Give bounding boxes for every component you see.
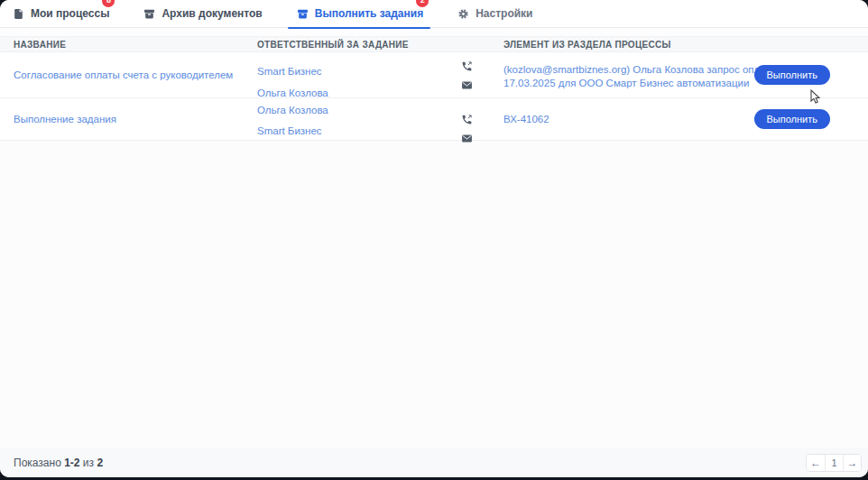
execute-button[interactable]: Выполнить — [754, 65, 830, 85]
table-row: Согласование оплаты счета с руководителе… — [0, 52, 868, 98]
grid-footer: Показано 1-2 из 2 ← 1 → — [0, 448, 868, 477]
tab-label: Мои процессы — [31, 7, 109, 20]
responsible-company-link[interactable]: Smart Бизнес — [257, 66, 322, 77]
task-name-link[interactable]: Согласование оплаты счета с руководителе… — [14, 69, 233, 80]
app-window: Мои процессы 8 Архив документов Выполнит… — [0, 0, 868, 477]
tab-my-processes[interactable]: Мои процессы 8 — [13, 0, 109, 28]
tab-bar: Мои процессы 8 Архив документов Выполнит… — [0, 0, 868, 28]
pagination: ← 1 → — [806, 454, 862, 472]
prev-page-button[interactable]: ← — [807, 455, 825, 471]
task-name-link[interactable]: Выполнение задания — [14, 114, 116, 125]
grid-header: НАЗВАНИЕ ОТВЕТСТВЕННЫЙ ЗА ЗАДАНИЕ ЭЛЕМЕН… — [0, 36, 868, 52]
archive-icon — [143, 8, 155, 20]
phone-icon[interactable] — [461, 60, 473, 76]
rows-shown-status: Показано 1-2 из 2 — [14, 457, 103, 469]
empty-area — [0, 141, 868, 448]
responsible-person-link[interactable]: Ольга Козлова — [257, 105, 328, 115]
tab-label: Настройки — [476, 7, 532, 20]
notification-badge: 8 — [102, 0, 115, 7]
responsible-company-link[interactable]: Smart Бизнес — [257, 125, 322, 136]
document-icon — [13, 8, 24, 20]
contact-icons — [461, 113, 473, 148]
active-tab-underline — [288, 27, 430, 29]
gear-icon — [457, 8, 469, 20]
column-header-responsible: ОТВЕТСТВЕННЫЙ ЗА ЗАДАНИЕ — [257, 40, 409, 50]
column-header-element: ЭЛЕМЕНТ ИЗ РАЗДЕЛА ПРОЦЕССЫ — [503, 40, 671, 50]
arrow-left-icon: ← — [810, 457, 821, 469]
next-page-button[interactable]: → — [843, 455, 861, 471]
notification-badge: 2 — [416, 0, 429, 7]
contact-icons — [461, 60, 473, 95]
column-header-name: НАЗВАНИЕ — [14, 40, 66, 50]
tab-label: Выполнить задания — [315, 7, 423, 20]
mail-icon[interactable] — [461, 132, 473, 148]
tab-document-archive[interactable]: Архив документов — [143, 0, 262, 28]
execute-button[interactable]: Выполнить — [754, 109, 830, 129]
arrow-right-icon: → — [847, 457, 858, 469]
table-row: Выполнение задания Ольга Козлова Smart Б… — [0, 98, 868, 141]
rows-range: 1-2 — [64, 457, 79, 469]
page-number-button[interactable]: 1 — [825, 455, 843, 471]
tab-do-tasks[interactable]: Выполнить задания 2 — [297, 0, 423, 28]
archive-icon — [297, 8, 309, 20]
tab-settings[interactable]: Настройки — [457, 0, 532, 28]
responsible-person-link[interactable]: Ольга Козлова — [257, 88, 328, 98]
phone-icon[interactable] — [461, 113, 473, 129]
tab-label: Архив документов — [162, 7, 262, 20]
tasks-grid: НАЗВАНИЕ ОТВЕТСТВЕННЫЙ ЗА ЗАДАНИЕ ЭЛЕМЕН… — [0, 36, 868, 141]
mail-icon[interactable] — [461, 78, 473, 95]
rows-total: 2 — [97, 457, 103, 469]
